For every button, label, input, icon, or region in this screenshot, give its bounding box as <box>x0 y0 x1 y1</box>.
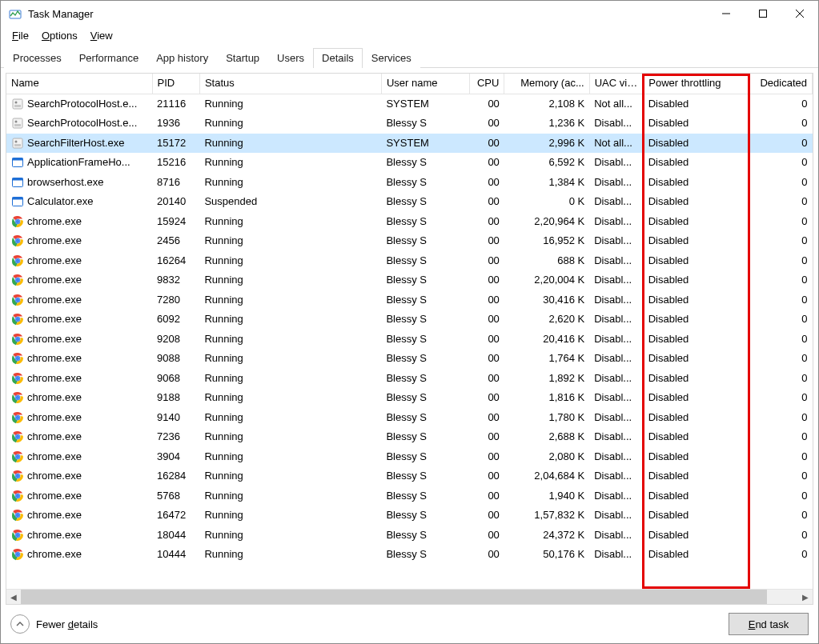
cell-uac: Disabl... <box>589 369 644 389</box>
process-icon <box>11 274 24 286</box>
col-pid[interactable]: PID <box>152 74 199 94</box>
cell-pid: 1936 <box>152 114 199 134</box>
cell-dedicated: 0 <box>749 290 813 310</box>
close-button[interactable] <box>781 1 818 26</box>
cell-user: Blessy S <box>381 427 469 447</box>
cell-memory: 24,372 K <box>504 526 589 546</box>
table-row[interactable]: chrome.exe9208RunningBlessy S0020,416 KD… <box>6 330 813 350</box>
cell-power: Disabled <box>644 173 749 193</box>
table-row[interactable]: chrome.exe6092RunningBlessy S002,620 KDi… <box>6 310 813 330</box>
scroll-thumb[interactable] <box>21 590 767 604</box>
tab-app-history[interactable]: App history <box>147 48 217 68</box>
end-task-button[interactable]: End task <box>729 613 809 635</box>
process-icon <box>11 215 24 228</box>
fewer-details-button[interactable]: Fewer details <box>10 614 98 634</box>
tab-processes[interactable]: Processes <box>4 48 70 68</box>
cell-dedicated: 0 <box>749 192 813 212</box>
table-row[interactable]: chrome.exe16284RunningBlessy S002,04,684… <box>6 466 813 486</box>
process-icon <box>11 490 24 502</box>
table-row[interactable]: SearchFilterHost.exe15172RunningSYSTEM00… <box>6 134 813 154</box>
tab-users[interactable]: Users <box>268 48 313 68</box>
table-row[interactable]: chrome.exe7236RunningBlessy S002,688 KDi… <box>6 427 813 447</box>
col-user[interactable]: User name <box>381 74 469 94</box>
grid-scroll[interactable]: Name PID Status User name CPU Memory (ac… <box>6 74 813 589</box>
table-row[interactable]: chrome.exe10444RunningBlessy S0050,176 K… <box>6 545 813 565</box>
table-row[interactable]: ApplicationFrameHo...15216RunningBlessy … <box>6 153 813 173</box>
menu-file[interactable]: File <box>6 28 35 43</box>
tab-startup[interactable]: Startup <box>217 48 268 68</box>
details-panel: Name PID Status User name CPU Memory (ac… <box>6 73 813 605</box>
table-row[interactable]: chrome.exe15924RunningBlessy S002,20,964… <box>6 212 813 232</box>
cell-cpu: 00 <box>470 506 504 526</box>
cell-memory: 20,416 K <box>504 330 589 350</box>
cell-memory: 6,592 K <box>504 153 589 173</box>
col-power[interactable]: Power throttling <box>644 74 749 94</box>
cell-status: Running <box>199 94 381 114</box>
cell-power: Disabled <box>644 290 749 310</box>
process-name: chrome.exe <box>27 430 82 445</box>
table-row[interactable]: chrome.exe16472RunningBlessy S001,57,832… <box>6 506 813 526</box>
table-row[interactable]: chrome.exe16264RunningBlessy S00688 KDis… <box>6 251 813 271</box>
cell-status: Suspended <box>199 192 381 212</box>
col-uac[interactable]: UAC vir... <box>589 74 644 94</box>
cell-memory: 1,816 K <box>504 388 589 408</box>
col-cpu[interactable]: CPU <box>470 74 504 94</box>
table-row[interactable]: chrome.exe3904RunningBlessy S002,080 KDi… <box>6 447 813 467</box>
cell-dedicated: 0 <box>749 310 813 330</box>
cell-cpu: 00 <box>470 388 504 408</box>
horizontal-scrollbar[interactable]: ◀ ▶ <box>6 589 813 604</box>
cell-power: Disabled <box>644 506 749 526</box>
cell-power: Disabled <box>644 447 749 467</box>
cell-dedicated: 0 <box>749 408 813 428</box>
scroll-right-icon[interactable]: ▶ <box>798 590 813 604</box>
process-icon <box>11 391 24 404</box>
maximize-button[interactable] <box>745 1 781 26</box>
cell-power: Disabled <box>644 486 749 506</box>
table-row[interactable]: browserhost.exe8716RunningBlessy S001,38… <box>6 173 813 193</box>
cell-pid: 15216 <box>152 153 199 173</box>
table-row[interactable]: chrome.exe7280RunningBlessy S0030,416 KD… <box>6 290 813 310</box>
scroll-left-icon[interactable]: ◀ <box>6 590 21 604</box>
cell-cpu: 00 <box>470 270 504 290</box>
table-row[interactable]: chrome.exe9088RunningBlessy S001,764 KDi… <box>6 349 813 369</box>
col-name[interactable]: Name <box>6 74 152 94</box>
table-row[interactable]: chrome.exe9068RunningBlessy S001,892 KDi… <box>6 369 813 389</box>
scroll-track[interactable] <box>21 590 798 604</box>
process-icon <box>11 156 24 169</box>
cell-memory: 2,080 K <box>504 447 589 467</box>
cell-uac: Disabl... <box>589 526 644 546</box>
menu-view[interactable]: View <box>84 28 119 43</box>
table-row[interactable]: chrome.exe18044RunningBlessy S0024,372 K… <box>6 526 813 546</box>
menu-options[interactable]: Options <box>35 28 84 43</box>
col-dedicated[interactable]: Dedicated <box>749 74 813 94</box>
col-status[interactable]: Status <box>199 74 381 94</box>
cell-uac: Disabl... <box>589 388 644 408</box>
cell-user: Blessy S <box>381 369 469 389</box>
table-row[interactable]: chrome.exe9140RunningBlessy S001,780 KDi… <box>6 408 813 428</box>
table-row[interactable]: SearchProtocolHost.e...21116RunningSYSTE… <box>6 94 813 114</box>
process-table: Name PID Status User name CPU Memory (ac… <box>6 74 813 565</box>
table-row[interactable]: SearchProtocolHost.e...1936RunningBlessy… <box>6 114 813 134</box>
cell-user: Blessy S <box>381 526 469 546</box>
tab-performance[interactable]: Performance <box>70 48 147 68</box>
tab-details[interactable]: Details <box>313 48 363 68</box>
cell-status: Running <box>199 526 381 546</box>
table-row[interactable]: chrome.exe5768RunningBlessy S001,940 KDi… <box>6 486 813 506</box>
process-name: chrome.exe <box>27 273 82 288</box>
table-row[interactable]: Calculator.exe20140SuspendedBlessy S000 … <box>6 192 813 212</box>
table-row[interactable]: chrome.exe9832RunningBlessy S002,20,004 … <box>6 270 813 290</box>
cell-memory: 2,620 K <box>504 310 589 330</box>
cell-cpu: 00 <box>470 427 504 447</box>
cell-pid: 9188 <box>152 388 199 408</box>
table-row[interactable]: chrome.exe2456RunningBlessy S0016,952 KD… <box>6 231 813 251</box>
cell-dedicated: 0 <box>749 231 813 251</box>
table-row[interactable]: chrome.exe9188RunningBlessy S001,816 KDi… <box>6 388 813 408</box>
minimize-button[interactable] <box>708 1 745 26</box>
menubar: File Options View <box>1 26 818 44</box>
cell-pid: 7280 <box>152 290 199 310</box>
cell-memory: 0 K <box>504 192 589 212</box>
col-memory[interactable]: Memory (ac... <box>504 74 589 94</box>
cell-power: Disabled <box>644 114 749 134</box>
tab-services[interactable]: Services <box>363 48 420 68</box>
cell-user: SYSTEM <box>381 94 469 114</box>
